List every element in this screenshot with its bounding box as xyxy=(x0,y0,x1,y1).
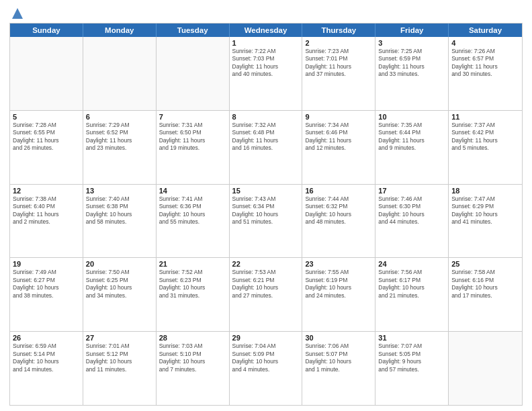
day-number: 7 xyxy=(159,113,226,121)
day-cell-18: 18Sunrise: 7:47 AM Sunset: 6:29 PM Dayli… xyxy=(449,185,522,258)
day-cell-7: 7Sunrise: 7:31 AM Sunset: 6:50 PM Daylig… xyxy=(157,111,230,184)
weekday-header-monday: Monday xyxy=(83,24,157,37)
cell-info: Sunrise: 7:29 AM Sunset: 6:52 PM Dayligh… xyxy=(86,122,153,152)
weekday-header-saturday: Saturday xyxy=(449,24,522,37)
day-number: 9 xyxy=(305,113,372,121)
day-number: 15 xyxy=(232,187,300,195)
day-number: 22 xyxy=(232,260,300,268)
day-cell-8: 8Sunrise: 7:32 AM Sunset: 6:48 PM Daylig… xyxy=(230,111,303,184)
day-cell-29: 29Sunrise: 7:04 AM Sunset: 5:09 PM Dayli… xyxy=(230,332,303,405)
day-number: 24 xyxy=(378,260,445,268)
calendar-body: 1Sunrise: 7:22 AM Sunset: 7:03 PM Daylig… xyxy=(10,37,522,405)
day-cell-9: 9Sunrise: 7:34 AM Sunset: 6:46 PM Daylig… xyxy=(302,111,375,184)
cell-info: Sunrise: 7:22 AM Sunset: 7:03 PM Dayligh… xyxy=(232,48,300,79)
weekday-header-friday: Friday xyxy=(375,24,449,37)
day-cell-5: 5Sunrise: 7:28 AM Sunset: 6:55 PM Daylig… xyxy=(10,111,83,184)
cell-info: Sunrise: 7:41 AM Sunset: 6:36 PM Dayligh… xyxy=(159,195,226,226)
empty-cell-4-6 xyxy=(449,332,522,405)
cell-info: Sunrise: 7:55 AM Sunset: 6:19 PM Dayligh… xyxy=(305,269,372,300)
day-cell-11: 11Sunrise: 7:37 AM Sunset: 6:42 PM Dayli… xyxy=(449,111,522,184)
day-number: 5 xyxy=(13,113,80,121)
svg-marker-0 xyxy=(12,8,23,19)
day-number: 17 xyxy=(378,187,445,195)
day-cell-23: 23Sunrise: 7:55 AM Sunset: 6:19 PM Dayli… xyxy=(302,258,375,331)
cell-info: Sunrise: 7:47 AM Sunset: 6:29 PM Dayligh… xyxy=(451,195,519,226)
cell-info: Sunrise: 7:07 AM Sunset: 5:05 PM Dayligh… xyxy=(378,342,445,373)
cell-info: Sunrise: 7:06 AM Sunset: 5:07 PM Dayligh… xyxy=(305,342,372,373)
day-number: 13 xyxy=(86,187,153,195)
day-number: 12 xyxy=(13,187,80,195)
day-cell-1: 1Sunrise: 7:22 AM Sunset: 7:03 PM Daylig… xyxy=(230,37,303,110)
day-number: 10 xyxy=(378,113,445,121)
weekday-header-tuesday: Tuesday xyxy=(157,24,230,37)
day-number: 11 xyxy=(451,113,519,121)
day-cell-10: 10Sunrise: 7:35 AM Sunset: 6:44 PM Dayli… xyxy=(375,111,449,184)
empty-cell-0-2 xyxy=(157,37,230,110)
day-number: 23 xyxy=(305,260,372,268)
cell-info: Sunrise: 7:28 AM Sunset: 6:55 PM Dayligh… xyxy=(13,122,80,152)
cell-info: Sunrise: 7:52 AM Sunset: 6:23 PM Dayligh… xyxy=(159,269,226,300)
page-container: SundayMondayTuesdayWednesdayThursdayFrid… xyxy=(0,0,532,411)
day-cell-30: 30Sunrise: 7:06 AM Sunset: 5:07 PM Dayli… xyxy=(302,332,375,405)
day-number: 30 xyxy=(305,334,372,342)
day-cell-16: 16Sunrise: 7:44 AM Sunset: 6:32 PM Dayli… xyxy=(302,185,375,258)
cell-info: Sunrise: 7:49 AM Sunset: 6:27 PM Dayligh… xyxy=(13,269,80,300)
day-cell-31: 31Sunrise: 7:07 AM Sunset: 5:05 PM Dayli… xyxy=(375,332,449,405)
cell-info: Sunrise: 7:50 AM Sunset: 6:25 PM Dayligh… xyxy=(86,269,153,300)
day-number: 31 xyxy=(378,334,445,342)
day-number: 14 xyxy=(159,187,226,195)
weekday-header-sunday: Sunday xyxy=(10,24,83,37)
day-number: 8 xyxy=(232,113,300,121)
day-cell-21: 21Sunrise: 7:52 AM Sunset: 6:23 PM Dayli… xyxy=(157,258,230,331)
calendar-row-3: 12Sunrise: 7:38 AM Sunset: 6:40 PM Dayli… xyxy=(10,184,522,258)
day-number: 29 xyxy=(232,334,300,342)
cell-info: Sunrise: 7:01 AM Sunset: 5:12 PM Dayligh… xyxy=(86,342,153,373)
day-cell-14: 14Sunrise: 7:41 AM Sunset: 6:36 PM Dayli… xyxy=(157,185,230,258)
day-number: 26 xyxy=(13,334,80,342)
calendar-row-1: 1Sunrise: 7:22 AM Sunset: 7:03 PM Daylig… xyxy=(10,37,522,110)
empty-cell-0-1 xyxy=(83,37,157,110)
day-number: 25 xyxy=(451,260,519,268)
day-number: 16 xyxy=(305,187,372,195)
cell-info: Sunrise: 7:25 AM Sunset: 6:59 PM Dayligh… xyxy=(378,48,445,79)
calendar: SundayMondayTuesdayWednesdayThursdayFrid… xyxy=(9,23,523,406)
cell-info: Sunrise: 7:23 AM Sunset: 7:01 PM Dayligh… xyxy=(305,48,372,79)
day-cell-25: 25Sunrise: 7:58 AM Sunset: 6:16 PM Dayli… xyxy=(449,258,522,331)
cell-info: Sunrise: 7:56 AM Sunset: 6:17 PM Dayligh… xyxy=(378,269,445,300)
day-cell-26: 26Sunrise: 6:59 AM Sunset: 5:14 PM Dayli… xyxy=(10,332,83,405)
calendar-row-5: 26Sunrise: 6:59 AM Sunset: 5:14 PM Dayli… xyxy=(10,331,522,405)
day-number: 1 xyxy=(232,39,300,47)
day-cell-20: 20Sunrise: 7:50 AM Sunset: 6:25 PM Dayli… xyxy=(83,258,157,331)
day-cell-12: 12Sunrise: 7:38 AM Sunset: 6:40 PM Dayli… xyxy=(10,185,83,258)
day-cell-2: 2Sunrise: 7:23 AM Sunset: 7:01 PM Daylig… xyxy=(302,37,375,110)
cell-info: Sunrise: 7:40 AM Sunset: 6:38 PM Dayligh… xyxy=(86,195,153,226)
page-header xyxy=(9,7,523,17)
day-number: 6 xyxy=(86,113,153,121)
cell-info: Sunrise: 7:31 AM Sunset: 6:50 PM Dayligh… xyxy=(159,122,226,152)
day-cell-17: 17Sunrise: 7:46 AM Sunset: 6:30 PM Dayli… xyxy=(375,185,449,258)
weekday-header-thursday: Thursday xyxy=(302,24,375,37)
cell-info: Sunrise: 7:32 AM Sunset: 6:48 PM Dayligh… xyxy=(232,122,300,152)
cell-info: Sunrise: 7:43 AM Sunset: 6:34 PM Dayligh… xyxy=(232,195,300,226)
day-cell-24: 24Sunrise: 7:56 AM Sunset: 6:17 PM Dayli… xyxy=(375,258,449,331)
cell-info: Sunrise: 7:34 AM Sunset: 6:46 PM Dayligh… xyxy=(305,122,372,152)
day-cell-22: 22Sunrise: 7:53 AM Sunset: 6:21 PM Dayli… xyxy=(230,258,303,331)
cell-info: Sunrise: 7:58 AM Sunset: 6:16 PM Dayligh… xyxy=(451,269,519,300)
cell-info: Sunrise: 7:37 AM Sunset: 6:42 PM Dayligh… xyxy=(451,122,519,152)
day-number: 27 xyxy=(86,334,153,342)
day-cell-4: 4Sunrise: 7:26 AM Sunset: 6:57 PM Daylig… xyxy=(449,37,522,110)
weekday-header-wednesday: Wednesday xyxy=(230,24,303,37)
day-cell-19: 19Sunrise: 7:49 AM Sunset: 6:27 PM Dayli… xyxy=(10,258,83,331)
day-number: 20 xyxy=(86,260,153,268)
cell-info: Sunrise: 7:03 AM Sunset: 5:10 PM Dayligh… xyxy=(159,342,226,373)
calendar-header: SundayMondayTuesdayWednesdayThursdayFrid… xyxy=(10,24,522,37)
cell-info: Sunrise: 7:38 AM Sunset: 6:40 PM Dayligh… xyxy=(13,195,80,226)
calendar-row-2: 5Sunrise: 7:28 AM Sunset: 6:55 PM Daylig… xyxy=(10,110,522,184)
cell-info: Sunrise: 7:44 AM Sunset: 6:32 PM Dayligh… xyxy=(305,195,372,226)
day-number: 4 xyxy=(451,39,519,47)
cell-info: Sunrise: 7:53 AM Sunset: 6:21 PM Dayligh… xyxy=(232,269,300,300)
empty-cell-0-0 xyxy=(10,37,83,110)
logo-icon xyxy=(11,7,24,20)
cell-info: Sunrise: 7:26 AM Sunset: 6:57 PM Dayligh… xyxy=(451,48,519,79)
day-cell-27: 27Sunrise: 7:01 AM Sunset: 5:12 PM Dayli… xyxy=(83,332,157,405)
